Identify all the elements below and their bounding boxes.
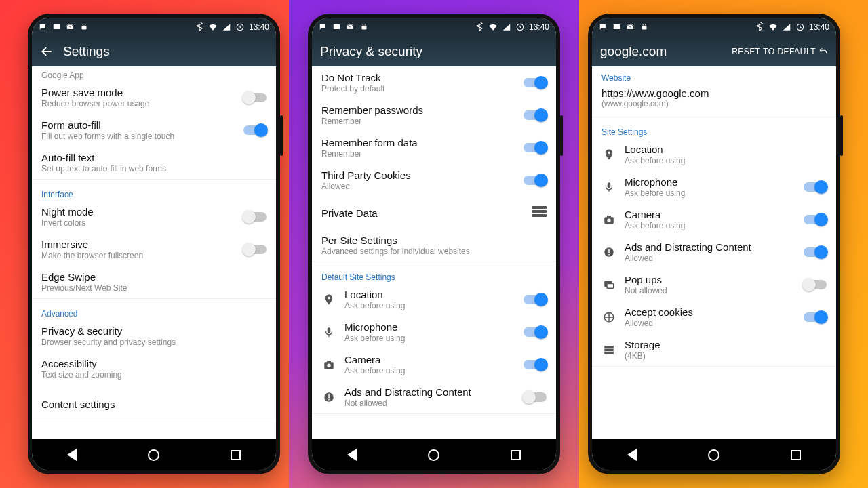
setting-per-site[interactable]: Per Site SettingsAdvanced settings for i…: [312, 229, 556, 262]
mic-icon: [601, 181, 616, 193]
reset-to-default-button[interactable]: RESET TO DEFAULT: [732, 47, 828, 56]
toggle[interactable]: [524, 327, 547, 337]
location-icon: [601, 148, 616, 161]
toggle[interactable]: [804, 247, 827, 257]
setting-accessibility[interactable]: AccessibilityText size and zooming: [32, 352, 276, 385]
back-icon[interactable]: [40, 45, 54, 58]
svg-rect-36: [607, 284, 614, 289]
default-microphone[interactable]: MicrophoneAsk before using: [312, 316, 556, 348]
storage-icon: [601, 344, 616, 356]
toggle[interactable]: [243, 93, 267, 102]
cookie-icon: [601, 311, 616, 323]
signal-icon: [502, 22, 511, 32]
nav-recent-icon[interactable]: [231, 450, 241, 460]
site-location[interactable]: LocationAsk before using: [592, 138, 836, 171]
svg-rect-17: [327, 361, 331, 363]
title-bar: Privacy & security: [312, 37, 556, 66]
mail-icon: [66, 22, 75, 32]
svg-rect-24: [642, 26, 647, 30]
toggle[interactable]: [524, 143, 547, 152]
svg-rect-7: [320, 24, 326, 28]
popup-icon: [601, 279, 616, 291]
toggle[interactable]: [524, 176, 547, 185]
alert-icon: [321, 391, 336, 403]
svg-rect-41: [604, 349, 614, 352]
site-ads[interactable]: Ads and Distracting ContentAllowed: [592, 236, 836, 268]
sync-icon: [235, 22, 245, 32]
setting-third-party-cookies[interactable]: Third Party CookiesAllowed: [312, 164, 556, 197]
chat-icon: [319, 22, 328, 32]
toggle[interactable]: [524, 360, 547, 369]
default-location[interactable]: LocationAsk before using: [312, 283, 556, 316]
nav-home-icon[interactable]: [428, 449, 439, 461]
toggle[interactable]: [243, 212, 267, 222]
toggle[interactable]: [524, 78, 547, 87]
nav-back-icon[interactable]: [67, 449, 77, 461]
svg-rect-33: [608, 249, 610, 253]
setting-remember-form-data[interactable]: Remember form dataRemember: [312, 131, 556, 164]
toggle[interactable]: [804, 182, 827, 192]
svg-point-30: [607, 219, 610, 222]
setting-power-save[interactable]: Power save mode Reduce browser power usa…: [32, 81, 276, 114]
setting-edge-swipe[interactable]: Edge SwipePrevious/Next Web Site: [32, 266, 276, 298]
setting-form-autofill[interactable]: Form auto-fill Fill out web forms with a…: [32, 114, 276, 146]
phone-privacy: 13:40 Privacy & security Do Not TrackPro…: [308, 14, 560, 474]
svg-rect-31: [607, 216, 611, 218]
setting-autofill-text[interactable]: Auto-fill text Set up text to auto-fill …: [32, 146, 276, 179]
svg-point-26: [645, 24, 646, 25]
default-camera[interactable]: CameraAsk before using: [312, 348, 556, 381]
site-camera[interactable]: CameraAsk before using: [592, 203, 836, 236]
toggle[interactable]: [524, 110, 547, 120]
nav-home-icon[interactable]: [708, 449, 719, 461]
toggle[interactable]: [804, 215, 827, 224]
toggle[interactable]: [804, 312, 827, 322]
setting-content-settings[interactable]: Content settings: [32, 385, 276, 418]
setting-immersive[interactable]: ImmersiveMake the browser fullscreen: [32, 233, 276, 266]
setting-private-data[interactable]: Private Data: [312, 197, 556, 229]
image-icon: [612, 22, 622, 32]
site-microphone[interactable]: MicrophoneAsk before using: [592, 171, 836, 203]
mail-icon: [346, 22, 355, 32]
camera-icon: [321, 359, 336, 371]
default-ads[interactable]: Ads and Distracting ContentNot allowed: [312, 381, 556, 413]
toggle[interactable]: [804, 280, 827, 289]
svg-point-16: [327, 364, 330, 367]
svg-rect-28: [608, 182, 611, 188]
svg-rect-40: [604, 346, 614, 348]
bluetooth-icon: [195, 22, 204, 32]
setting-remember-passwords[interactable]: Remember passwordsRemember: [312, 99, 556, 131]
toggle[interactable]: [524, 392, 547, 402]
phone-settings: 13:40 Settings Google App Power save mod…: [28, 14, 280, 474]
chat-icon: [599, 22, 608, 32]
status-time: 13:40: [249, 22, 269, 32]
nav-back-icon[interactable]: [347, 449, 357, 461]
sync-icon: [795, 22, 805, 32]
toggle[interactable]: [243, 245, 267, 254]
setting-night-mode[interactable]: Night modeInvert colors: [32, 201, 276, 233]
svg-point-11: [363, 24, 363, 25]
bluetooth-icon: [475, 22, 484, 32]
toggle[interactable]: [243, 125, 267, 135]
website-url-row[interactable]: https://www.google.com (www.google.com): [592, 84, 836, 117]
section-label-site-settings: Site Settings: [592, 121, 836, 138]
site-popups[interactable]: Pop upsNot allowed: [592, 268, 836, 301]
toggle[interactable]: [524, 295, 547, 304]
site-cookies[interactable]: Accept cookiesAllowed: [592, 301, 836, 333]
status-bar: 13:40: [592, 18, 836, 37]
setting-privacy-security[interactable]: Privacy & securityBrowser security and p…: [32, 320, 276, 352]
site-storage[interactable]: Storage(4KB): [592, 333, 836, 366]
bluetooth-icon: [755, 22, 764, 32]
svg-point-25: [643, 24, 644, 25]
status-time: 13:40: [809, 22, 829, 32]
svg-point-5: [85, 24, 85, 25]
nav-recent-icon[interactable]: [511, 450, 521, 460]
nav-recent-icon[interactable]: [791, 450, 801, 460]
nav-back-icon[interactable]: [627, 449, 637, 461]
svg-point-4: [83, 24, 83, 25]
wifi-icon: [208, 22, 218, 32]
list-item[interactable]: Google App: [32, 66, 276, 81]
image-icon: [332, 22, 342, 32]
setting-do-not-track[interactable]: Do Not TrackProtect by default: [312, 66, 556, 99]
signal-icon: [782, 22, 791, 32]
nav-home-icon[interactable]: [148, 449, 159, 461]
